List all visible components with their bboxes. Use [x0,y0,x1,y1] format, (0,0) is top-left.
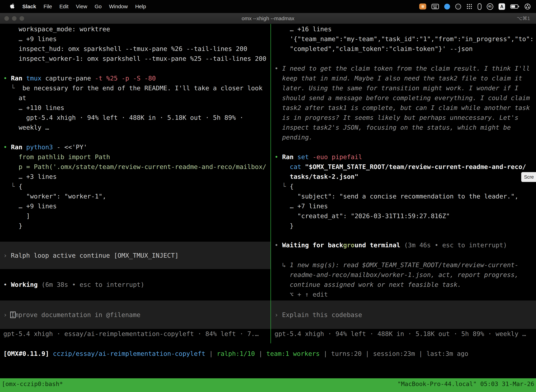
text-segment: cat [290,163,305,170]
terminal-line: keep that in mind. Maybe I also need the… [274,73,536,83]
terminal-line: • Ran python3 - <<'PY' [3,142,270,152]
zoom-button[interactable] [19,16,24,21]
menu-window[interactable]: Window [105,4,132,9]
terminal-line: inspect_hud: omx sparkshell --tmux-pane … [3,44,270,54]
terminal-line: └ { [274,182,536,191]
apple-menu[interactable] [6,3,19,10]
terminal-line: weekly … [3,123,270,132]
text-segment: • [274,242,282,249]
menu-go[interactable]: Go [91,4,105,9]
text-segment: '{"team_name":"my-team","task_id":"1","f… [274,35,534,42]
text-segment: • [3,144,11,151]
terminal-line: … +9 lines [3,34,270,44]
right-scrollback: … +16 lines '{"team_name":"my-team","tas… [271,24,536,231]
terminal-line: └ { [3,182,270,191]
fan-icon[interactable] [524,3,531,10]
terminal-line: continue assigned work or next feasible … [274,280,536,289]
menu-file[interactable]: File [40,4,56,9]
window-title: omx --xhigh --madmax [0,15,536,21]
text-segment: p = Path('.omx/state/team/review-current… [3,163,266,170]
text-segment: Ran [11,144,26,151]
text-segment: capture-pane [45,75,95,82]
menu-edit[interactable]: Edit [56,4,72,9]
ralph-banner-text: Ralph loop active continue [OMX_TMUX_INJ… [11,252,179,259]
terminal-line: … +9 lines [3,201,270,211]
text-segment: pending. [274,134,313,141]
handoff-icon[interactable] [444,4,450,9]
text-segment: keep that in mind. Maybe I also need the… [274,75,522,82]
keyboard-icon[interactable] [431,4,439,9]
tmux-pane-left[interactable]: workspace_mode: worktree … +9 lines insp… [0,24,270,343]
terminal-line: task2 after task1 is complete, but can I… [274,103,536,113]
terminal-line: later. Using the same for transition mig… [274,83,536,93]
apple-logo-icon [10,3,15,9]
text-segment: inspect_worker-1: omx sparkshell --tmux-… [3,55,266,62]
chevron-prompt-icon: › [274,311,278,318]
mailbox-message: ↳ 1 new msg(s): read $OMX_TEAM_STATE_ROO… [271,260,536,299]
text-segment: und [354,242,366,249]
text-segment: • [274,153,282,160]
menu-help[interactable]: Help [132,4,150,9]
composer-placeholder: mprove documentation in @filename [14,311,140,318]
terminal-line [274,142,536,152]
terminal-line [3,64,270,73]
text-segment: | [320,350,331,357]
password-manager-icon[interactable] [478,3,482,10]
screen-recording-icon[interactable] [419,4,426,9]
text-segment: 1 new msg(s): read $OMX_TEAM_STATE_ROOT/… [290,261,518,269]
text-segment: last:3m ago [426,350,468,357]
text-segment: inspect task2's JSON, focusing on the st… [274,124,511,131]
menu-app-name[interactable]: Slack [19,4,40,9]
text-segment: tmux [26,75,45,82]
text-segment: • [274,65,282,72]
text-segment: … +16 lines [274,25,332,33]
menu-view[interactable]: View [72,4,91,9]
window-shortcut-badge: ⌥⌘1 [517,15,536,21]
text-segment: "completed","claim_token":"claim-token"}… [274,45,473,52]
window-title-bar: omx --xhigh --madmax ⌥⌘1 [0,13,536,24]
tmux-session-name: [omx-cczip0:bash* [2,378,63,392]
terminal-line: } [274,221,536,231]
battery-gauge-icon[interactable]: 61 [487,3,493,10]
text-segment: team:1 workers [266,350,320,357]
text-segment: ralph:1/10 [217,350,255,357]
screen-tooltip: Scre [521,172,536,182]
text-segment: • [3,75,11,82]
left-composer-input[interactable]: ›Improve documentation in @filename [0,300,270,329]
terminal-line: … +3 lines [3,172,270,182]
text-segment: Ran [282,153,297,160]
text-segment: … +9 lines [3,202,57,210]
battery-icon[interactable] [510,5,519,9]
text-segment: "worker": "worker-1", [3,193,106,200]
terminal-line: … +110 lines [3,103,270,113]
apps-grid-icon[interactable] [466,4,472,9]
working-status-line: • Working (6m 38s • esc to interrupt) [0,280,270,289]
terminal-line: "worker": "worker-1", [3,191,270,201]
text-segment: be necessary for the end of the README. … [22,84,262,92]
minimize-button[interactable] [12,16,17,21]
text-segment: -t %25 -p -S -80 [95,75,156,82]
terminal-line: readme-and-reco/mailbox/worker-1.json, a… [274,270,536,280]
terminal-line: gpt-5.4 xhigh · 94% left · 488K in · 5.1… [3,113,270,123]
tmux-pane-right[interactable]: … +16 lines '{"team_name":"my-team","tas… [271,24,536,343]
terminal-line: ↳ 1 new msg(s): read $OMX_TEAM_STATE_ROO… [274,260,536,270]
text-segment: | [415,350,426,357]
text-segment: └ [3,183,19,190]
terminal-line [274,54,536,64]
text-segment: ] [3,212,30,219]
text-segment: { [290,183,294,190]
text-segment: (3m 46s • esc to interrupt) [404,242,507,249]
text-segment: (6m 38s • esc to interrupt) [42,281,144,288]
menu-bar-status-icons: 61 A [419,3,536,10]
text-segment: gpt-5.4 xhigh · 94% left · 488K in · 5.1… [3,114,243,121]
text-segment: task2 after task1 is complete, but can I… [274,104,530,111]
text-segment: from pathlib import Path [3,153,110,160]
tmux-status-bar: [omx-cczip0:bash* "MacBook-Pro-44.local"… [0,378,536,392]
shield-app-icon[interactable] [455,4,461,9]
close-button[interactable] [5,16,9,21]
right-composer-input[interactable]: ›Explain this codebase [271,300,536,329]
terminal-line: workspace_mode: worktree [3,24,270,34]
input-source-icon[interactable]: A [498,3,505,10]
text-segment: Working [11,281,41,288]
stop-square-icon [421,5,424,8]
